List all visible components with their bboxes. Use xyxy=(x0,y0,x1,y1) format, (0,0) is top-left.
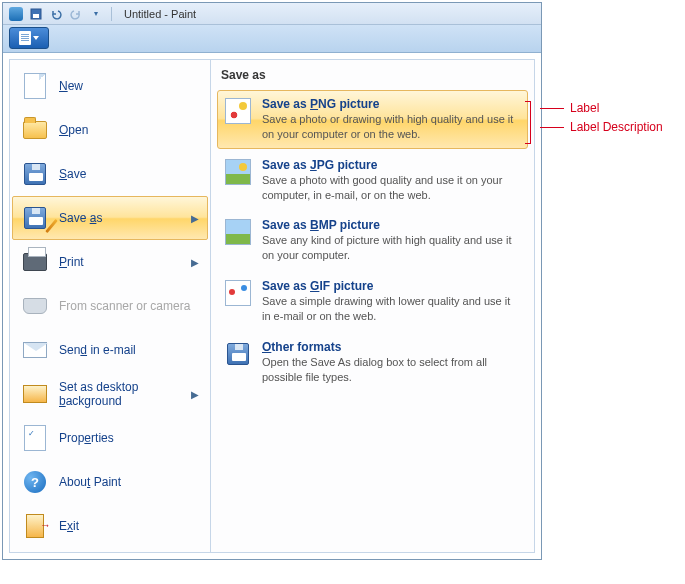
titlebar-separator xyxy=(111,7,112,21)
save-floppy-icon xyxy=(21,160,49,188)
menu-label: Set as desktop background xyxy=(59,380,181,408)
menu-item-exit[interactable]: Exit xyxy=(12,504,208,548)
menu-label: Properties xyxy=(59,431,114,445)
format-description: Save a photo or drawing with high qualit… xyxy=(262,112,521,142)
desktop-background-icon xyxy=(21,380,49,408)
app-orb-icon xyxy=(9,7,23,21)
svg-rect-1 xyxy=(33,14,39,18)
format-option-other[interactable]: Other formats Open the Save As dialog bo… xyxy=(217,333,528,392)
format-title: Save as GIF picture xyxy=(262,279,521,293)
format-option-png[interactable]: Save as PNG picture Save a photo or draw… xyxy=(217,90,528,149)
panel-heading: Save as xyxy=(217,64,528,90)
format-description: Save a simple drawing with lower quality… xyxy=(262,294,521,324)
annotation-text: Label Description xyxy=(570,120,663,134)
document-icon xyxy=(19,31,31,45)
gif-thumbnail-icon xyxy=(224,279,252,307)
menu-label: Print xyxy=(59,255,84,269)
jpg-thumbnail-icon xyxy=(224,158,252,186)
menu-label: From scanner or camera xyxy=(59,299,190,313)
format-option-bmp[interactable]: Save as BMP picture Save any kind of pic… xyxy=(217,211,528,270)
annotation-label-line: Label xyxy=(540,101,599,115)
menu-label: About Paint xyxy=(59,475,121,489)
format-title: Other formats xyxy=(262,340,521,354)
envelope-icon xyxy=(21,336,49,364)
menu-label: Open xyxy=(59,123,88,137)
format-title: Save as JPG picture xyxy=(262,158,521,172)
menu-item-about[interactable]: ? About Paint xyxy=(12,460,208,504)
submenu-arrow-icon: ▶ xyxy=(191,389,199,400)
format-description: Save any kind of picture with high quali… xyxy=(262,233,521,263)
submenu-arrow-icon: ▶ xyxy=(191,257,199,268)
format-title: Save as BMP picture xyxy=(262,218,521,232)
qat-redo-icon[interactable] xyxy=(69,7,83,21)
qat-save-icon[interactable] xyxy=(29,7,43,21)
ribbon-strip xyxy=(3,25,541,53)
menu-item-properties[interactable]: Properties xyxy=(12,416,208,460)
dropdown-caret-icon xyxy=(33,36,39,40)
menu-item-new[interactable]: New xyxy=(12,64,208,108)
exit-icon xyxy=(21,512,49,540)
format-description: Open the Save As dialog box to select fr… xyxy=(262,355,521,385)
other-formats-icon xyxy=(224,340,252,368)
scanner-icon xyxy=(21,292,49,320)
application-menu-panel: New Open Save Save as ▶ Print ▶ xyxy=(3,53,541,559)
bmp-thumbnail-icon xyxy=(224,218,252,246)
menu-item-send-email[interactable]: Send in e-mail xyxy=(12,328,208,372)
open-folder-icon xyxy=(21,116,49,144)
printer-icon xyxy=(21,248,49,276)
help-icon: ? xyxy=(21,468,49,496)
qat-undo-icon[interactable] xyxy=(49,7,63,21)
qat-customize-icon[interactable]: ▾ xyxy=(89,7,103,21)
properties-icon xyxy=(21,424,49,452)
save-as-submenu-panel: Save as Save as PNG picture Save a photo… xyxy=(211,59,535,553)
format-option-jpg[interactable]: Save as JPG picture Save a photo with go… xyxy=(217,151,528,210)
menu-item-open[interactable]: Open xyxy=(12,108,208,152)
menu-left-column: New Open Save Save as ▶ Print ▶ xyxy=(9,59,211,553)
menu-label: Save as xyxy=(59,211,102,225)
format-title: Save as PNG picture xyxy=(262,97,521,111)
format-description: Save a photo with good quality and use i… xyxy=(262,173,521,203)
paint-window: ▾ Untitled - Paint New Open Save xyxy=(2,2,542,560)
window-title: Untitled - Paint xyxy=(124,8,196,20)
menu-item-desktop-background[interactable]: Set as desktop background ▶ xyxy=(12,372,208,416)
menu-item-save[interactable]: Save xyxy=(12,152,208,196)
save-as-icon xyxy=(21,204,49,232)
annotation-text: Label xyxy=(570,101,599,115)
menu-item-save-as[interactable]: Save as ▶ xyxy=(12,196,208,240)
format-option-gif[interactable]: Save as GIF picture Save a simple drawin… xyxy=(217,272,528,331)
menu-label: Exit xyxy=(59,519,79,533)
submenu-arrow-icon: ▶ xyxy=(191,213,199,224)
menu-label: Send in e-mail xyxy=(59,343,136,357)
new-file-icon xyxy=(21,72,49,100)
menu-item-scanner: From scanner or camera xyxy=(12,284,208,328)
titlebar: ▾ Untitled - Paint xyxy=(3,3,541,25)
menu-label: Save xyxy=(59,167,86,181)
png-thumbnail-icon xyxy=(224,97,252,125)
annotation-bracket xyxy=(525,101,531,144)
menu-item-print[interactable]: Print ▶ xyxy=(12,240,208,284)
application-menu-button[interactable] xyxy=(9,27,49,49)
menu-label: New xyxy=(59,79,83,93)
annotation-desc-line: Label Description xyxy=(540,120,663,134)
